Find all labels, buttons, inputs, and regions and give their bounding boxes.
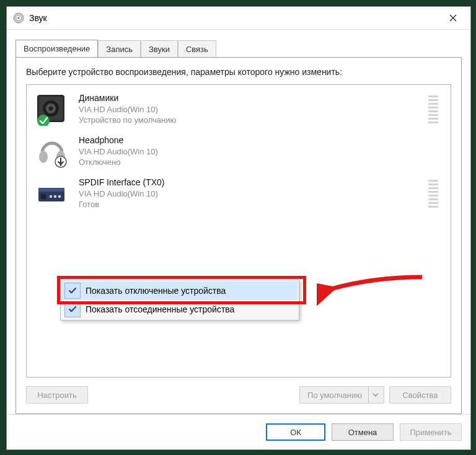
window-title: Звук — [29, 13, 47, 23]
cancel-button[interactable]: Отмена — [332, 423, 394, 441]
tab-communications[interactable]: Связь — [178, 40, 216, 58]
device-status: Отключено — [79, 157, 444, 168]
properties-button-label: Свойства — [402, 391, 438, 400]
configure-button-label: Настроить — [37, 391, 77, 400]
device-name: Динамики — [79, 92, 420, 104]
level-meter — [428, 92, 444, 127]
headphone-icon — [33, 135, 70, 169]
level-meter — [428, 177, 444, 211]
context-menu: Показать отключенные устройства Показать… — [60, 280, 299, 320]
device-item-spdif[interactable]: SPDIF Interface (TX0) VIA HD Audio(Win 1… — [29, 173, 448, 215]
tab-recording-label: Запись — [106, 45, 133, 54]
lower-button-row: Настроить По умолчанию Свойства — [26, 386, 451, 404]
svg-rect-16 — [41, 194, 46, 199]
tab-sounds[interactable]: Звуки — [141, 40, 178, 58]
device-status: Готов — [79, 199, 420, 210]
dialog-button-row: ОК Отмена Применить — [7, 414, 470, 449]
annotation-arrow-icon — [317, 271, 428, 308]
tab-playback[interactable]: Воспроизведение — [15, 40, 98, 57]
tab-recording[interactable]: Запись — [98, 40, 141, 58]
device-list[interactable]: Динамики VIA HD Audio(Win 10) Устройство… — [26, 84, 451, 378]
device-info: Headphone VIA HD Audio(Win 10) Отключено — [79, 135, 444, 168]
svg-point-18 — [54, 195, 56, 198]
device-info: Динамики VIA HD Audio(Win 10) Устройство… — [79, 92, 420, 126]
speakers-icon — [33, 92, 70, 127]
ok-button-label: ОК — [290, 428, 301, 437]
tab-body-playback: Выберите устройство воспроизведения, пар… — [15, 57, 462, 414]
svg-point-9 — [49, 106, 53, 110]
menu-item-show-disabled[interactable]: Показать отключенные устройства — [62, 281, 298, 300]
menu-item-show-disconnected[interactable]: Показать отсоединенные устройства — [62, 300, 298, 319]
device-item-headphone[interactable]: Headphone VIA HD Audio(Win 10) Отключено — [29, 131, 448, 173]
sound-dialog: Звук Воспроизведение Запись Звуки Связь … — [6, 6, 471, 450]
client-area: Воспроизведение Запись Звуки Связь Выбер… — [7, 30, 470, 449]
device-name: SPDIF Interface (TX0) — [79, 177, 420, 188]
apply-button[interactable]: Применить — [400, 423, 462, 441]
tab-playback-label: Воспроизведение — [24, 44, 90, 53]
configure-button[interactable]: Настроить — [26, 386, 88, 404]
svg-point-17 — [50, 195, 52, 198]
tab-communications-label: Связь — [186, 45, 208, 54]
tab-sounds-label: Звуки — [149, 45, 170, 54]
tabstrip: Воспроизведение Запись Звуки Связь — [7, 30, 470, 57]
device-info: SPDIF Interface (TX0) VIA HD Audio(Win 1… — [79, 177, 420, 210]
apply-button-label: Применить — [410, 428, 451, 437]
set-default-button[interactable]: По умолчанию — [299, 386, 384, 404]
chevron-down-icon[interactable] — [368, 387, 382, 403]
cancel-button-label: Отмена — [348, 428, 377, 437]
svg-point-11 — [39, 151, 48, 163]
ok-button[interactable]: ОК — [266, 423, 325, 441]
device-status: Устройство по умолчанию — [79, 115, 420, 126]
set-default-button-label: По умолчанию — [307, 391, 362, 400]
svg-point-2 — [17, 17, 20, 19]
check-icon — [64, 283, 81, 299]
device-driver: VIA HD Audio(Win 10) — [79, 188, 420, 200]
svg-rect-15 — [38, 188, 64, 192]
device-driver: VIA HD Audio(Win 10) — [79, 104, 420, 115]
device-driver: VIA HD Audio(Win 10) — [79, 146, 444, 157]
properties-button[interactable]: Свойства — [389, 386, 451, 404]
titlebar: Звук — [7, 7, 470, 30]
sound-app-icon — [13, 12, 24, 24]
check-icon — [64, 301, 81, 317]
menu-item-label: Показать отключенные устройства — [86, 286, 226, 296]
instruction-text: Выберите устройство воспроизведения, пар… — [26, 66, 451, 78]
device-name: Headphone — [79, 135, 444, 146]
spdif-icon — [33, 177, 70, 211]
device-item-speakers[interactable]: Динамики VIA HD Audio(Win 10) Устройство… — [29, 89, 448, 131]
svg-point-19 — [58, 195, 61, 198]
menu-item-label: Показать отсоединенные устройства — [86, 304, 234, 314]
close-button[interactable] — [439, 9, 467, 27]
